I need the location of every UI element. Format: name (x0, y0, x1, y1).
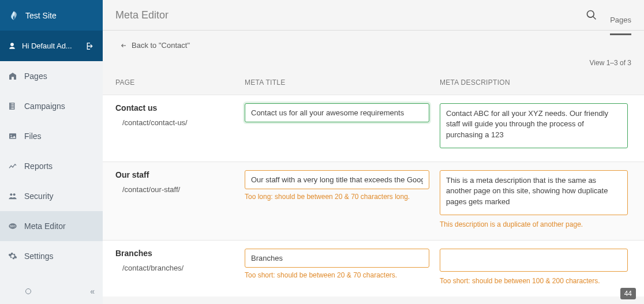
page-url: /contact/contact-us/ (115, 118, 245, 127)
brand[interactable]: Test Site (0, 0, 103, 31)
view-count: View 1–3 of 3 (103, 57, 644, 73)
sidebar-item-reports[interactable]: Reports (0, 151, 103, 181)
sidebar-item-security[interactable]: Security (0, 181, 103, 211)
count-badge: 44 (620, 288, 636, 299)
back-link-wrap: Back to "Contact" (103, 31, 644, 57)
svg-point-2 (10, 193, 12, 196)
col-head-page: PAGE (108, 78, 245, 87)
sidebar-item-settings[interactable]: Settings (0, 241, 103, 271)
files-icon (8, 132, 17, 141)
gear-icon (8, 252, 17, 261)
page-name: Branches (115, 249, 245, 258)
table-row: Branches /contact/branches/ Too short: s… (103, 240, 644, 297)
sidebar-item-label: Reports (24, 162, 53, 171)
seo-icon: SEO (8, 222, 17, 231)
back-link[interactable]: Back to "Contact" (120, 41, 190, 50)
logo-icon (8, 10, 20, 21)
sidebar-item-label: Pages (24, 72, 47, 81)
meta-desc-input[interactable] (440, 249, 628, 272)
back-label: Back to "Contact" (132, 41, 190, 50)
svg-point-1 (10, 135, 12, 136)
logout-icon[interactable] (85, 42, 95, 51)
sidebar-footer: « (0, 279, 103, 304)
col-head-title: META TITLE (245, 78, 440, 87)
main: Meta Editor Pages Back to "Contact" View… (103, 0, 644, 304)
sidebar-item-label: Files (24, 132, 42, 141)
user-bar: Hi Default Ad... (0, 31, 103, 61)
page-url: /contact/branches/ (115, 264, 245, 272)
meta-desc-input[interactable] (440, 170, 628, 215)
page-title: Meta Editor (115, 9, 169, 21)
collapse-icon[interactable]: « (90, 287, 93, 296)
user-icon (8, 42, 16, 50)
campaigns-icon (8, 102, 17, 111)
svg-point-3 (13, 193, 16, 196)
search-icon[interactable] (586, 9, 597, 21)
title-hint: Too long: should be between 20 & 70 char… (245, 193, 429, 201)
sidebar-item-label: Security (24, 192, 54, 201)
back-icon (120, 42, 127, 49)
meta-title-input[interactable] (245, 103, 429, 122)
page-header: Meta Editor Pages (103, 0, 644, 31)
sidebar-item-meta-editor[interactable]: SEO Meta Editor (0, 211, 103, 241)
reports-icon (8, 162, 17, 171)
table-row: Contact us /contact/contact-us/ (103, 95, 644, 162)
meta-title-input[interactable] (245, 249, 429, 268)
meta-title-input[interactable] (245, 170, 429, 189)
user-greeting: Hi Default Ad... (22, 42, 72, 50)
security-icon (8, 192, 17, 201)
brand-name: Test Site (25, 11, 57, 20)
sidebar-item-label: Meta Editor (24, 222, 66, 231)
desc-hint: This description is a duplicate of anoth… (440, 220, 628, 228)
help-icon[interactable] (25, 288, 31, 294)
sidebar-item-files[interactable]: Files (0, 121, 103, 151)
nav: Pages Campaigns Files Reports Security S… (0, 61, 103, 279)
page-name: Our staff (115, 170, 245, 179)
sidebar-item-pages[interactable]: Pages (0, 61, 103, 91)
table-header: PAGE META TITLE META DESCRIPTION (103, 73, 644, 95)
table-row: Our staff /contact/our-staff/ Too long: … (103, 162, 644, 240)
page-name: Contact us (115, 103, 245, 112)
sidebar-item-label: Campaigns (24, 102, 65, 111)
title-hint: Too short: should be between 20 & 70 cha… (245, 271, 429, 279)
col-head-desc: META DESCRIPTION (440, 78, 638, 87)
svg-text:SEO: SEO (10, 225, 16, 228)
page-url: /contact/our-staff/ (115, 185, 245, 194)
sidebar-item-label: Settings (24, 252, 54, 261)
desc-hint: Too short: should be between 100 & 200 c… (440, 277, 628, 285)
sidebar-item-campaigns[interactable]: Campaigns (0, 91, 103, 121)
sidebar: Test Site Hi Default Ad... Pages Campaig… (0, 0, 103, 304)
pages-icon (8, 72, 17, 81)
meta-desc-input[interactable] (440, 103, 628, 148)
